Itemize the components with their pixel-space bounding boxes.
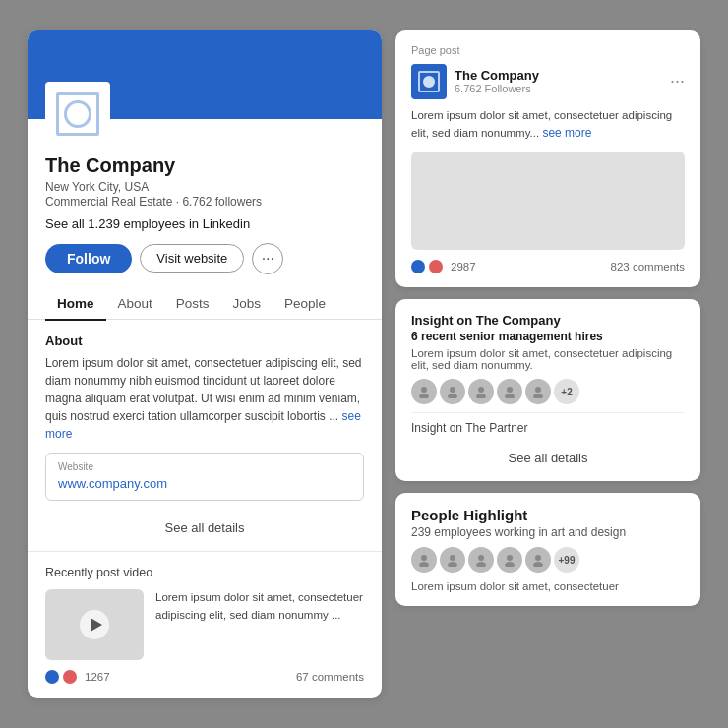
nav-tabs: Home About Posts Jobs People	[28, 288, 382, 321]
video-section: Recently post video Lorem ipsum dolor si…	[28, 552, 382, 698]
svg-point-3	[448, 394, 457, 398]
tab-about[interactable]: About	[106, 288, 164, 321]
post-followers: 6.762 Followers	[455, 83, 539, 94]
people-title: People Highlight	[411, 507, 685, 523]
insight-see-all[interactable]: See all details	[411, 441, 685, 467]
insight-avatars: +2	[411, 379, 685, 404]
post-reaction-count: 2987	[451, 261, 476, 273]
svg-point-8	[535, 387, 541, 393]
post-reaction-dots	[411, 260, 443, 273]
svg-point-9	[533, 394, 543, 398]
love-icon	[63, 670, 77, 684]
reaction-dots	[45, 670, 77, 684]
visit-website-button[interactable]: Visit website	[140, 244, 244, 273]
svg-point-11	[419, 562, 429, 567]
company-location: New York City, USA	[45, 180, 364, 194]
post-company-logo	[411, 64, 447, 99]
people-subtitle: 239 employees working in art and design	[411, 525, 685, 539]
company-banner	[28, 30, 382, 119]
avatar-1	[411, 379, 437, 404]
svg-point-17	[505, 562, 515, 567]
page-post-section: Page post The Company 6.762 Followers ··…	[395, 30, 700, 288]
post-love-icon	[429, 260, 443, 273]
employees-link[interactable]: See all 1.239 employees in Linkedin	[45, 216, 364, 231]
website-label: Website	[58, 461, 351, 472]
svg-point-15	[476, 562, 486, 567]
avatar-2	[440, 379, 465, 404]
post-meta: The Company 6.762 Followers	[455, 68, 539, 94]
svg-point-5	[476, 394, 486, 398]
svg-point-7	[505, 394, 515, 398]
people-text: Lorem ipsum dolor sit amet, consectetuer	[411, 580, 685, 592]
svg-point-6	[507, 387, 513, 393]
post-see-more[interactable]: see more	[542, 126, 591, 140]
reaction-count: 1267	[85, 671, 110, 683]
post-reactions-row: 2987 823 comments	[411, 260, 685, 273]
action-row: Follow Visit website ···	[45, 243, 364, 274]
post-more-icon[interactable]: ···	[670, 71, 685, 91]
video-thumbnail[interactable]	[45, 589, 144, 660]
website-url[interactable]: www.company.com	[58, 476, 167, 491]
avatar-5	[525, 379, 551, 404]
avatar-3	[468, 379, 494, 404]
tab-people[interactable]: People	[273, 288, 337, 321]
left-card: The Company New York City, USA Commercia…	[28, 30, 382, 698]
insight-text: Lorem ipsum dolor sit amet, consectetuer…	[411, 347, 685, 371]
post-image	[411, 152, 685, 250]
svg-point-19	[533, 562, 543, 567]
play-icon	[91, 618, 102, 632]
video-comments-count: 67 comments	[296, 671, 364, 683]
post-header: The Company 6.762 Followers ···	[411, 64, 685, 99]
video-text: Lorem ipsum dolor sit amet, consectetuer…	[155, 589, 364, 624]
about-title: About	[45, 334, 364, 348]
people-avatar-2	[440, 547, 465, 573]
svg-point-4	[478, 387, 484, 393]
more-options-button[interactable]: ···	[252, 243, 283, 274]
like-icon	[45, 670, 59, 684]
svg-point-13	[448, 562, 457, 567]
avatar-4	[497, 379, 522, 404]
avatar-more: +2	[554, 379, 579, 404]
post-like-icon	[411, 260, 425, 273]
people-avatar-3	[468, 547, 494, 573]
insight-subtitle: 6 recent senior management hires	[411, 330, 685, 343]
svg-point-1	[419, 394, 429, 398]
tab-posts[interactable]: Posts	[164, 288, 221, 321]
tab-home[interactable]: Home	[45, 288, 106, 321]
company-logo	[45, 82, 110, 147]
people-avatar-1	[411, 547, 437, 573]
svg-point-14	[478, 555, 484, 561]
svg-point-16	[507, 555, 513, 561]
about-section: About Lorem ipsum dolor sit amet, consec…	[28, 320, 382, 552]
reactions-row: 1267 67 comments	[45, 670, 364, 684]
people-avatar-more: +99	[554, 547, 579, 573]
people-avatars: +99	[411, 547, 685, 573]
insight-section: Insight on The Company 6 recent senior m…	[395, 299, 700, 481]
about-text: Lorem ipsum dolor sit amet, consectetuer…	[45, 354, 364, 443]
video-section-title: Recently post video	[45, 566, 364, 579]
people-section: People Highlight 239 employees working i…	[395, 493, 700, 606]
insight-title: Insight on The Company	[411, 313, 685, 328]
page-post-label: Page post	[411, 44, 685, 56]
website-box: Website www.company.com	[45, 453, 364, 501]
svg-point-12	[450, 555, 455, 561]
play-button[interactable]	[80, 610, 109, 639]
see-all-details[interactable]: See all details	[45, 511, 364, 537]
follow-button[interactable]: Follow	[45, 244, 132, 273]
post-company-name: The Company	[455, 68, 539, 83]
post-text: Lorem ipsum dolor sit amet, consectetuer…	[411, 107, 685, 143]
svg-point-2	[450, 387, 455, 393]
insight-partner: Insight on The Partner	[411, 421, 685, 435]
right-column: Page post The Company 6.762 Followers ··…	[395, 30, 700, 698]
svg-point-18	[535, 555, 541, 561]
people-avatar-4	[497, 547, 522, 573]
svg-point-0	[421, 387, 427, 393]
company-name: The Company	[45, 154, 364, 177]
video-row: Lorem ipsum dolor sit amet, consectetuer…	[45, 589, 364, 660]
people-avatar-5	[525, 547, 551, 573]
post-comments-count: 823 comments	[611, 261, 685, 273]
tab-jobs[interactable]: Jobs	[221, 288, 273, 321]
company-industry-followers: Commercial Real Estate · 6.762 followers	[45, 195, 364, 209]
svg-point-10	[421, 555, 427, 561]
